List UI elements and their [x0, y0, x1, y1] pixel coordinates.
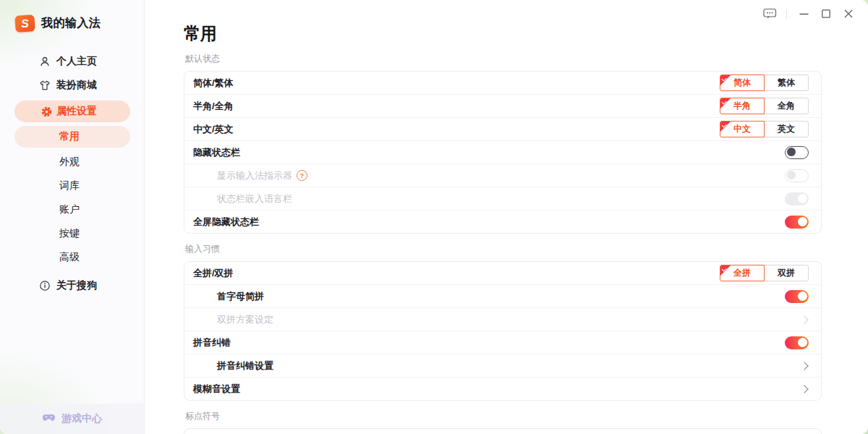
segment-label: 繁体 — [778, 77, 795, 89]
sidebar-item-按键[interactable]: 按键 — [0, 221, 144, 245]
toggle-knob — [798, 217, 807, 226]
row-label-text: 模糊音设置 — [193, 383, 240, 396]
sidebar-item-label: 个人主页 — [56, 55, 97, 68]
help-icon[interactable] — [297, 170, 307, 181]
sidebar-item-关于搜狗[interactable]: 关于搜狗 — [0, 273, 144, 297]
row-label-text: 全拼/双拼 — [193, 267, 234, 280]
settings-row: 全屏隐藏状态栏 — [184, 210, 821, 233]
toggle-knob — [798, 338, 807, 347]
page-title: 常用 — [184, 24, 822, 43]
sidebar-item-高级[interactable]: 高级 — [0, 245, 144, 269]
sidebar-item-词库[interactable]: 词库 — [0, 174, 144, 197]
settings-row: 隐藏状态栏 — [184, 140, 821, 163]
sidebar-item-label: 账户 — [59, 203, 80, 216]
settings-row: 双拼方案设定 — [184, 307, 821, 331]
selected-check-badge — [720, 122, 731, 132]
settings-row: 显示输入法指示器 — [184, 163, 821, 187]
settings-group: 全拼/双拼全拼双拼首字母简拼双拼方案设定拼音纠错拼音纠错设置模糊音设置 — [184, 261, 822, 401]
segment-option-双拼[interactable]: 双拼 — [764, 265, 809, 281]
row-label: 显示输入法指示器 — [217, 169, 307, 182]
row-label-text: 拼音纠错设置 — [217, 359, 273, 373]
segmented-control: 半角全角 — [720, 98, 809, 114]
chevron-right-icon — [800, 315, 808, 323]
gamepad-icon — [42, 412, 56, 425]
sidebar-item-个人主页[interactable]: 个人主页 — [0, 49, 144, 73]
toggle-knob — [787, 148, 796, 156]
row-label: 全屏隐藏状态栏 — [193, 216, 259, 229]
toggle-switch — [785, 169, 809, 182]
sidebar-item-账户[interactable]: 账户 — [0, 197, 144, 221]
selected-check-badge — [720, 75, 731, 85]
section-label: 输入习惯 — [185, 243, 822, 255]
row-label: 拼音纠错设置 — [217, 359, 273, 373]
segment-option-半角[interactable]: 半角 — [720, 98, 765, 114]
shirt-icon — [39, 80, 51, 91]
toggle-switch[interactable] — [785, 216, 809, 229]
sidebar: S 我的输入法 个人主页装扮商城属性设置常用外观词库账户按键高级关于搜狗 游戏中… — [0, 0, 145, 434]
settings-row: 全拼/双拼全拼双拼 — [184, 262, 821, 284]
sogou-logo-icon: S — [14, 14, 35, 33]
segment-option-繁体[interactable]: 繁体 — [764, 75, 809, 91]
row-label-text: 中文/英文 — [193, 123, 234, 136]
settings-row: 标点配对：自动补全成对标点 — [184, 429, 821, 434]
settings-group: 简体/繁体简体繁体半角/全角半角全角中文/英文中文英文隐藏状态栏显示输入法指示器… — [184, 71, 822, 234]
close-button[interactable] — [841, 7, 856, 21]
segment-label: 双拼 — [778, 267, 795, 279]
row-label-text: 双拼方案设定 — [217, 313, 273, 326]
segment-label: 简体 — [733, 77, 751, 89]
sidebar-item-外观[interactable]: 外观 — [0, 150, 144, 174]
maximize-button[interactable] — [818, 7, 834, 21]
settings-sections: 默认状态简体/繁体简体繁体半角/全角半角全角中文/英文中文英文隐藏状态栏显示输入… — [184, 53, 822, 434]
sidebar-item-装扮商城[interactable]: 装扮商城 — [0, 73, 144, 97]
app-header: S 我的输入法 — [0, 0, 144, 32]
titlebar-divider — [786, 9, 787, 19]
row-label-text: 半角/全角 — [193, 100, 234, 113]
segment-option-中文[interactable]: 中文 — [720, 121, 765, 137]
segment-option-英文[interactable]: 英文 — [764, 121, 809, 137]
segment-label: 英文 — [778, 123, 795, 135]
chevron-right-icon[interactable] — [800, 362, 808, 370]
toggle-switch[interactable] — [785, 336, 809, 349]
toggle-knob — [787, 171, 796, 179]
sidebar-item-label: 外观 — [59, 156, 80, 169]
sidebar-item-常用[interactable]: 常用 — [14, 126, 130, 148]
segmented-control: 中文英文 — [720, 121, 809, 137]
selected-check-badge — [720, 98, 731, 109]
settings-row[interactable]: 模糊音设置 — [184, 377, 821, 400]
row-label: 状态栏嵌入语言栏 — [217, 192, 292, 205]
row-label: 半角/全角 — [193, 100, 234, 113]
info-icon — [39, 280, 51, 292]
toggle-switch[interactable] — [785, 146, 809, 159]
feedback-icon[interactable] — [762, 7, 778, 21]
chevron-right-icon[interactable] — [800, 385, 808, 393]
sidebar-item-label: 装扮商城 — [56, 79, 97, 92]
segment-label: 半角 — [733, 100, 751, 112]
toggle-knob — [798, 292, 807, 301]
row-label-text: 显示输入法指示器 — [217, 169, 292, 182]
game-center-label: 游戏中心 — [61, 412, 102, 425]
sidebar-item-label: 常用 — [59, 130, 80, 143]
settings-row[interactable]: 拼音纠错设置 — [184, 354, 821, 377]
titlebar-controls — [762, 7, 856, 21]
game-center-button[interactable]: 游戏中心 — [0, 404, 144, 434]
settings-content: 常用 默认状态简体/繁体简体繁体半角/全角半角全角中文/英文中文英文隐藏状态栏显… — [145, 0, 868, 434]
toggle-switch[interactable] — [785, 290, 809, 303]
segment-option-全拼[interactable]: 全拼 — [720, 265, 765, 281]
minimize-button[interactable] — [796, 7, 812, 21]
selected-check-badge — [720, 265, 731, 276]
app-window: S 我的输入法 个人主页装扮商城属性设置常用外观词库账户按键高级关于搜狗 游戏中… — [0, 0, 868, 434]
settings-group: 标点配对：自动补全成对标点 — [184, 428, 822, 434]
segment-option-简体[interactable]: 简体 — [720, 75, 765, 91]
row-label-text: 状态栏嵌入语言栏 — [217, 192, 292, 205]
segment-label: 中文 — [733, 123, 751, 135]
section-label: 默认状态 — [185, 53, 822, 65]
settings-row: 拼音纠错 — [184, 331, 821, 354]
settings-row: 简体/繁体简体繁体 — [184, 72, 821, 94]
sidebar-item-label: 按键 — [59, 227, 80, 240]
row-label: 首字母简拼 — [217, 290, 264, 303]
row-label-text: 拼音纠错 — [193, 336, 231, 349]
row-label-text: 首字母简拼 — [217, 290, 264, 303]
sidebar-item-属性设置[interactable]: 属性设置 — [14, 101, 130, 122]
settings-row: 中文/英文中文英文 — [184, 117, 821, 140]
segment-option-全角[interactable]: 全角 — [764, 98, 809, 114]
